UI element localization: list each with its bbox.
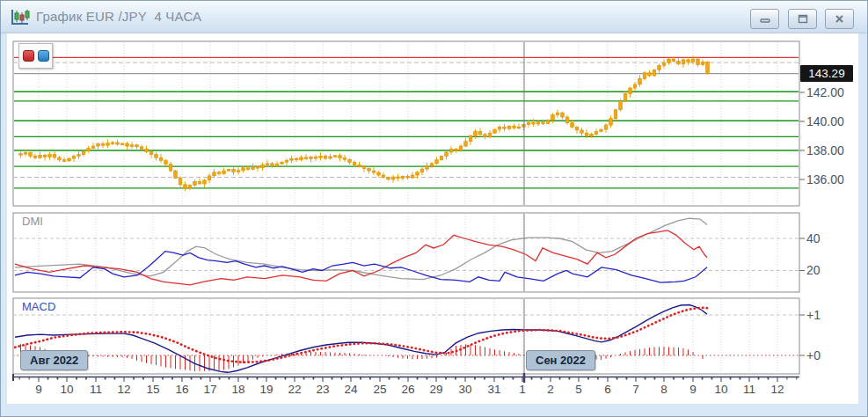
chart-canvas[interactable]: 9101112151617181922232425262930311256789…: [1, 1, 868, 417]
current-price-badge: 143.29: [800, 65, 853, 82]
x-axis-label: 12: [770, 383, 784, 396]
x-axis-label: 10: [714, 383, 727, 396]
x-axis-label: 11: [743, 383, 755, 396]
chart-client-area: 9101112151617181922232425262930311256789…: [7, 33, 858, 404]
time-axis[interactable]: 9101112151617181922232425262930311256789…: [13, 373, 799, 396]
x-axis-label: 19: [259, 383, 273, 396]
dmi-scale-20: 20: [806, 263, 821, 277]
x-axis-label: 12: [117, 383, 130, 396]
x-axis-label: 18: [231, 383, 244, 396]
x-axis-label: 30: [458, 383, 471, 396]
x-axis-label: 2: [547, 383, 554, 396]
x-axis-label: 24: [344, 383, 358, 396]
x-axis-label: 8: [660, 383, 667, 396]
x-axis-label: 23: [316, 383, 329, 396]
x-axis-label: 9: [35, 383, 42, 396]
marker-toolbar: [18, 43, 53, 69]
blue-marker-button[interactable]: [38, 50, 49, 62]
chart-window: График EUR /JPY 4 ЧАСА 91011121516171819…: [0, 0, 868, 417]
price-label-138: 138.00: [806, 143, 844, 157]
x-axis-label: 16: [175, 383, 188, 396]
dmi-panel[interactable]: [13, 213, 799, 292]
x-axis-label: 26: [401, 383, 414, 396]
x-axis-label: 15: [146, 383, 159, 396]
x-axis-label: 9: [689, 383, 697, 396]
macd-panel-label: MACD: [22, 300, 55, 313]
price-label-136: 136.00: [806, 172, 844, 187]
x-axis-label: 31: [487, 383, 500, 396]
x-axis-label: 10: [60, 383, 73, 396]
x-axis-label: 17: [203, 383, 216, 396]
month-badge-sep: Сен 2022: [526, 350, 595, 370]
x-axis-label: 29: [429, 383, 442, 396]
dmi-panel-label: DMI: [22, 215, 43, 228]
x-axis-label: 1: [519, 383, 526, 396]
price-label-142: 142.00: [806, 85, 844, 99]
macd-panel[interactable]: [13, 298, 799, 374]
price-label-140: 140.00: [806, 114, 844, 128]
dmi-scale-40: 40: [806, 231, 821, 245]
x-axis-label: 6: [604, 383, 611, 396]
macd-scale-plus0: +0: [806, 348, 821, 362]
x-axis-label: 7: [632, 383, 639, 396]
main-panel[interactable]: [13, 41, 799, 206]
scale-ticks: [799, 92, 805, 355]
x-axis-label: 5: [575, 383, 582, 396]
month-badge-aug: Авг 2022: [20, 350, 88, 370]
macd-scale-plus1: +1: [806, 308, 821, 322]
x-axis-label: 25: [373, 383, 386, 396]
x-axis-label: 22: [288, 383, 301, 396]
red-marker-button[interactable]: [23, 50, 34, 62]
x-axis-label: 11: [90, 383, 102, 396]
